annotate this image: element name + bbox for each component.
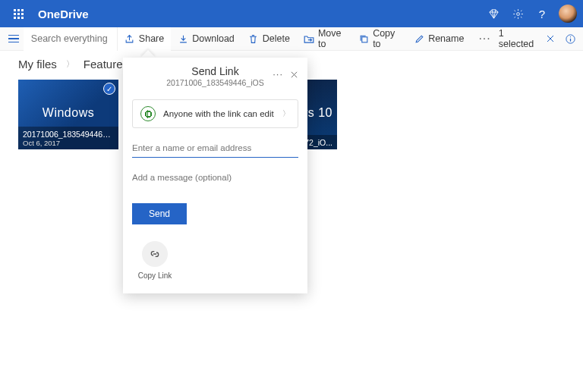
question-icon: ? [539, 8, 545, 20]
copy-to-button[interactable]: Copy to [352, 27, 407, 51]
link-scope-label: Anyone with the link can edit [163, 109, 275, 118]
search-input[interactable] [24, 27, 118, 51]
share-dialog: Send Link 20171006_183549446_iOS ··· Any… [123, 58, 307, 293]
selection-count: 1 selected [499, 28, 537, 49]
share-button[interactable]: Share [118, 27, 171, 51]
share-label: Share [139, 33, 164, 44]
move-to-button[interactable]: Move to [297, 27, 352, 51]
rename-label: Rename [428, 33, 464, 44]
recipient-input[interactable] [132, 140, 298, 158]
chevron-right-icon: 〉 [282, 108, 290, 119]
tile-label: 20171006_183549446_iO... Oct 6, 2017 [18, 127, 118, 149]
share-dialog-header: Send Link 20171006_183549446_iOS ··· [123, 58, 307, 92]
settings-button[interactable] [506, 2, 530, 26]
selected-check-icon[interactable] [103, 83, 115, 95]
close-icon [290, 71, 298, 79]
diamond-icon [488, 8, 499, 20]
file-date: Oct 6, 2017 [23, 139, 114, 147]
command-bar: Share Download Delete Move to Copy to Re… [0, 27, 583, 51]
copy-icon [359, 33, 369, 44]
delete-label: Delete [263, 33, 290, 44]
svg-point-3 [570, 36, 571, 37]
details-pane-button[interactable] [563, 30, 578, 48]
download-label: Download [192, 33, 235, 44]
share-dialog-filename: 20171006_183549446_iOS [147, 78, 283, 87]
rename-button[interactable]: Rename [407, 27, 471, 51]
premium-icon[interactable] [481, 2, 506, 26]
more-commands-button[interactable]: ··· [471, 32, 498, 45]
app-launcher-button[interactable] [6, 2, 30, 26]
link-icon [142, 241, 168, 267]
breadcrumb-root[interactable]: My files [18, 58, 57, 71]
clear-selection-button[interactable] [542, 30, 558, 48]
message-input[interactable] [132, 170, 298, 185]
file-tile[interactable]: Windows 20171006_183549446_iO... Oct 6, … [18, 80, 118, 149]
waffle-icon [14, 9, 24, 19]
move-label: Move to [318, 28, 345, 49]
download-icon [178, 33, 188, 44]
app-header: OneDrive ? [0, 0, 583, 27]
share-icon [124, 33, 135, 44]
file-name: 20171006_183549446_iO... [23, 130, 114, 139]
download-button[interactable]: Download [171, 27, 241, 51]
pencil-icon [414, 33, 424, 44]
nav-toggle-button[interactable] [6, 30, 22, 48]
copy-link-button[interactable]: Copy Link [132, 241, 178, 280]
copy-label: Copy to [373, 28, 400, 49]
svg-rect-1 [362, 36, 367, 42]
gear-icon [512, 8, 524, 20]
move-icon [304, 33, 314, 44]
link-settings-button[interactable]: Anyone with the link can edit 〉 [132, 99, 298, 128]
chevron-right-icon: 〉 [66, 58, 74, 70]
close-icon [546, 34, 555, 43]
copy-link-label: Copy Link [138, 271, 172, 280]
share-dialog-title: Send Link [147, 65, 283, 77]
svg-point-0 [516, 12, 519, 15]
tile-overlay-text: Windows [18, 106, 118, 120]
globe-icon [140, 106, 156, 121]
share-more-button[interactable]: ··· [273, 68, 283, 80]
delete-button[interactable]: Delete [241, 27, 297, 51]
send-button[interactable]: Send [132, 203, 187, 224]
share-close-button[interactable] [288, 68, 300, 80]
info-icon [565, 33, 576, 45]
app-name: OneDrive [38, 8, 89, 20]
link-actions-row: Copy Link [132, 241, 298, 280]
trash-icon [248, 33, 259, 44]
help-button[interactable]: ? [530, 2, 554, 26]
account-avatar[interactable] [559, 5, 577, 23]
